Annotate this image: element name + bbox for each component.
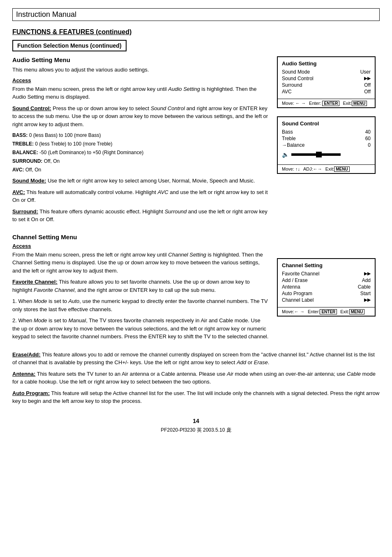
audio-menu-title: Audio Setting xyxy=(282,60,371,67)
balance-slider: 🔈 xyxy=(282,151,371,158)
sc-row-treble: Treble 60 xyxy=(282,136,371,141)
audio-setting-heading: Audio Setting Menu xyxy=(12,56,269,63)
footer-text: PF2020-Pf3230 英 2003.5.10 庞 xyxy=(12,427,380,434)
auto-program-section: Auto Program: This feature will setup th… xyxy=(12,389,380,405)
bottom-sections: Erase/Add: This feature allows you to ad… xyxy=(12,351,380,405)
audio-menu-box: Audio Setting Sound Mode User Sound Cont… xyxy=(277,56,376,108)
audio-menu-row-2: Sound Control ▶▶ xyxy=(282,76,371,81)
channel-section-left: Channel Setting Menu Access From the Mai… xyxy=(12,233,269,344)
page-title: Instruction Manual xyxy=(16,10,76,18)
sound-mode-desc: Sound Mode: Use the left or right arrow … xyxy=(12,177,269,185)
page-title-box: Instruction Manual xyxy=(12,8,380,21)
access-label-channel: Access xyxy=(12,243,269,249)
speaker-icon: 🔈 xyxy=(282,151,289,158)
audio-menu-row-1: Sound Mode User xyxy=(282,69,371,75)
channel-section: Channel Setting Menu Access From the Mai… xyxy=(12,233,380,344)
channel-heading: Channel Setting Menu xyxy=(12,233,269,240)
channel-menu-box: Channel Setting Favorite Channel ▶▶ Add … xyxy=(277,258,376,317)
erase-add-section: Erase/Add: This feature allows you to ad… xyxy=(12,351,380,367)
channel-menu-footer: Move:← → Enter:ENTER Exit:MENU xyxy=(278,307,375,316)
slider-track xyxy=(291,153,341,156)
ch-row-4: Auto Program Start xyxy=(282,291,371,296)
audio-menu-row-4: AVC Off xyxy=(282,89,371,95)
page-number: 14 xyxy=(12,418,380,424)
note-treble: TREBLE: 0 (less Treble) to 100 (more Tre… xyxy=(12,140,269,148)
audio-intro: This menu allows you to adjust the vario… xyxy=(12,66,269,74)
sound-control-title: Sound Control xyxy=(282,120,371,127)
ch-row-1: Favorite Channel ▶▶ xyxy=(282,271,371,277)
favorite-note-1: 1. When Mode is set to Auto, use the num… xyxy=(12,297,269,313)
sound-control-desc: Sound Control: Press the up or down arro… xyxy=(12,104,269,129)
avc-desc: AVC: This feature will automatically con… xyxy=(12,188,269,204)
sc-row-balance: →Balance 0 xyxy=(282,142,371,148)
sc-row-bass: Bass 40 xyxy=(282,129,371,135)
channel-section-right: Channel Setting Favorite Channel ▶▶ Add … xyxy=(277,233,380,344)
note-balance: BALANCE: -50 (Left Dominance) to +50 (Ri… xyxy=(12,149,269,156)
favorite-channel-desc: Favorite Channel: This feature allows yo… xyxy=(12,278,269,294)
sound-control-footer: Move: ↑↓ ADJ:←→ Exit:MENU xyxy=(278,164,375,173)
note-bass: BASS: 0 (less Bass) to 100 (more Bass) xyxy=(12,132,269,139)
audio-section-left: Audio Setting Menu This menu allows you … xyxy=(12,56,269,227)
antenna-section: Antenna: This feature sets the TV tuner … xyxy=(12,370,380,386)
ch-row-3: Antenna Cable xyxy=(282,284,371,290)
notes-block: BASS: 0 (less Bass) to 100 (more Bass) T… xyxy=(12,132,269,173)
slider-thumb xyxy=(316,152,322,157)
main-heading: FUNCTIONS & FEATURES (continued) xyxy=(12,28,380,36)
page-footer: 14 PF2020-Pf3230 英 2003.5.10 庞 xyxy=(12,418,380,434)
sound-control-box: Sound Control Bass 40 Treble 60 →Balance… xyxy=(277,116,376,174)
note-surround: SURROUND: Off, On xyxy=(12,157,269,165)
section-box: Function Selection Menus (continued) xyxy=(12,40,127,51)
surround-desc: Surround: This feature offers dynamic ac… xyxy=(12,208,269,224)
favorite-note-2: 2. When Mode is set to Manual, The TV st… xyxy=(12,317,269,341)
ch-row-5: Channel Label ▶▶ xyxy=(282,297,371,303)
audio-menu-row-3: Surround Off xyxy=(282,82,371,88)
channel-menu-title: Channel Setting xyxy=(282,262,371,268)
audio-section-right: Audio Setting Sound Mode User Sound Cont… xyxy=(277,56,380,227)
access-text-audio: From the Main menu screen, press the lef… xyxy=(12,85,269,101)
ch-row-2: Add / Erase Add xyxy=(282,277,371,283)
audio-menu-footer: Move: ← → Enter: ENTER Exit:MENU xyxy=(278,99,375,107)
note-avc: AVC: Off, On xyxy=(12,166,269,173)
access-label-audio: Access xyxy=(12,77,269,83)
channel-access-text: From the Main menu screen, press the lef… xyxy=(12,251,269,275)
